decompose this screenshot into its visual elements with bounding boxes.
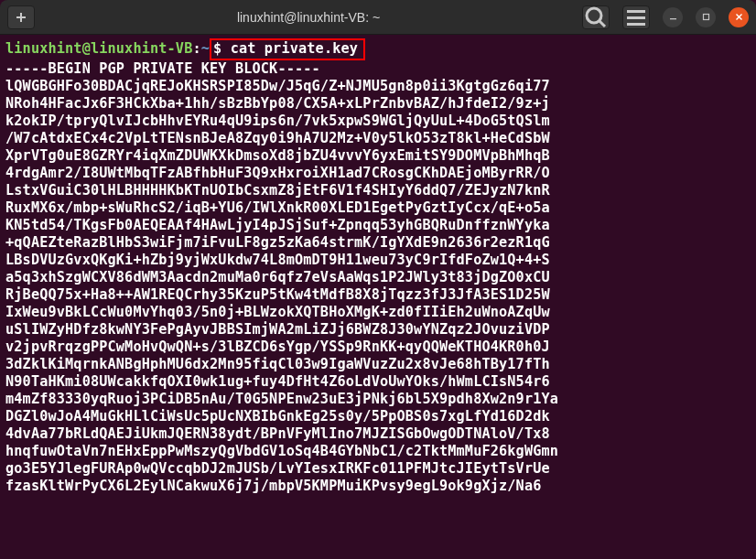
search-button[interactable] [582, 5, 610, 29]
key-line: N90TaHKmi08UWcakkfqOXI0wk1ug+fuy4DfHt4Z6… [5, 373, 751, 391]
key-line: fzasKltWrPyCX6L2EylNCakwuX6j7j/mbpV5KMPM… [5, 478, 751, 495]
prompt-user-host: linuxhint@linuxhint-VB [5, 40, 192, 57]
key-line: /W7cAtdxECx4c2VpLtTENsnBJeA8Zqy0i9hA7U2M… [5, 130, 751, 147]
svg-point-2 [587, 8, 601, 23]
hamburger-icon [623, 5, 649, 30]
output-header: -----BEGIN PGP PRIVATE KEY BLOCK----- [5, 60, 751, 78]
key-line: go3E5YJlegFURAp0wQVccqbDJ2mJUSb/LvYIesxI… [5, 460, 751, 478]
key-line: IxWeu9vBkLCcWu0MvYhq03/5n0j+BLWzokXQTBHo… [5, 304, 751, 321]
prompt-colon: : [192, 40, 200, 57]
key-line: hnqfuwOtaVn7nEHxEppPwMszyQgVbdGV1oSq4B4G… [5, 443, 751, 460]
maximize-icon [702, 13, 710, 21]
window-title: linuxhint@linuxhint-VB: ~ [35, 10, 582, 25]
key-line: m4mZf83330yqRuoj3PCiDB5nAu/T0G5NPEnw23uE… [5, 391, 751, 408]
key-line: 4dvAa77bRLdQAEJiUkmJQERN38ydt/BPnVFyMlIn… [5, 425, 751, 443]
close-button[interactable] [729, 7, 749, 27]
key-block: lQWGBGHFo30BDACjqREJoKHSRSPI85Dw/J5qG/Z+… [5, 78, 751, 495]
svg-rect-1 [16, 16, 26, 18]
svg-rect-7 [670, 18, 676, 19]
key-line: 3dZklKiMqrnkANBgHphMU6dx2Mn95fiqCl03w9Ig… [5, 356, 751, 373]
terminal-content[interactable]: linuxhint@linuxhint-VB:~$ cat private.ke… [0, 35, 756, 499]
key-line: lQWGBGHFo30BDACjqREJoKHSRSPI85Dw/J5qG/Z+… [5, 78, 751, 95]
close-icon [735, 13, 743, 21]
maximize-button[interactable] [696, 7, 716, 27]
menu-button[interactable] [622, 5, 650, 29]
titlebar-left-controls [7, 5, 35, 29]
svg-rect-6 [627, 23, 645, 26]
key-line: RjBeQQ75x+Ha8++AW1REQCrhy35KzuP5tKw4tMdf… [5, 286, 751, 304]
plus-icon [15, 11, 27, 24]
key-line: k2okIP/tpryQlvIJcbHhvEYRu4qU9ips6n/7vk5x… [5, 113, 751, 130]
key-line: RuxMX6x/mbp+sWuRhcS2/iqB+YU6/IWlXnkR00XL… [5, 199, 751, 217]
key-line: KN5td54/TKgsFb0AEQEAAf4HAwLjyI4pJSjSuf+Z… [5, 217, 751, 234]
command-highlight: $ cat private.key [210, 38, 365, 60]
svg-rect-4 [627, 10, 645, 13]
prompt-symbol: $ [213, 40, 231, 57]
new-tab-button[interactable] [7, 5, 35, 29]
key-line: NRoh4HFacJx6F3HCkXba+1hh/sBzBbYp08/CX5A+… [5, 95, 751, 113]
key-line: LBsDVUzGvxQKgKi+hZbj9yjWxUkdw74L8mOmDT9H… [5, 252, 751, 269]
prompt-line: linuxhint@linuxhint-VB:~$ cat private.ke… [5, 38, 751, 60]
svg-rect-8 [703, 15, 708, 20]
minimize-icon [669, 13, 677, 21]
key-line: a5q3xhSzgWCXV86dWM3Aacdn2muMa0r6qfz7eVsA… [5, 269, 751, 286]
window-titlebar: linuxhint@linuxhint-VB: ~ [0, 0, 756, 35]
svg-line-3 [599, 21, 605, 27]
key-line: 4rdgAmr2/I8UWtMbqTFzABfhbHuF3Q9xHxroiXH1… [5, 165, 751, 182]
svg-rect-5 [627, 16, 645, 19]
key-line: uSlIWZyHDfz8kwNY3FePgAyvJBBSImjWA2mLiZJj… [5, 321, 751, 339]
key-line: DGZl0wJoA4MuGkHLlCiWsUc5pUcNXBIbGnkEg25s… [5, 408, 751, 425]
command-text: cat private.key [231, 40, 358, 57]
key-line: LstxVGuiC30lHLBHHHHKbKTnUOIbCsxmZ8jEtF6V… [5, 182, 751, 199]
key-line: +qQAEZteRazBlHbS3wiFjm7iFvuLF8gz5zKa64st… [5, 234, 751, 252]
minimize-button[interactable] [663, 7, 683, 27]
search-icon [583, 5, 609, 30]
prompt-path: ~ [201, 40, 210, 57]
titlebar-right-controls [582, 5, 749, 29]
key-line: XprVTg0uE8GZRYr4iqXmZDUWKXkDmsoXd8jbZU4v… [5, 147, 751, 165]
key-line: v2jpvRrqzgPPCwMoHvQwQN+s/3lBZCD6sYgp/YSS… [5, 339, 751, 356]
